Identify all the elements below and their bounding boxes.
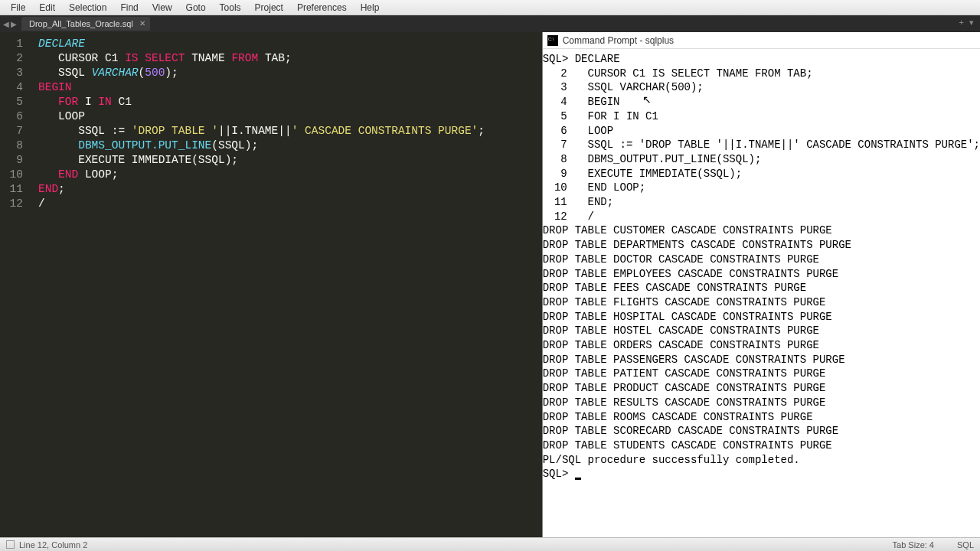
menu-item-project[interactable]: Project <box>249 1 289 15</box>
status-position[interactable]: Line 12, Column 2 <box>19 540 87 549</box>
tab-overflow-controls[interactable]: + ▾ <box>959 18 975 28</box>
menu-item-selection[interactable]: Selection <box>63 1 113 15</box>
menu-item-edit[interactable]: Edit <box>33 1 61 15</box>
tab-bar: ◀ ▶ Drop_All_Tables_Oracle.sql ✕ + ▾ <box>0 15 980 32</box>
status-tabsize[interactable]: Tab Size: 4 <box>893 540 934 549</box>
menu-item-tools[interactable]: Tools <box>214 1 247 15</box>
nav-back-icon[interactable]: ◀ <box>3 20 9 28</box>
menu-item-preferences[interactable]: Preferences <box>291 1 353 15</box>
code-editor[interactable]: 123456789101112 DECLARE CURSOR C1 IS SEL… <box>0 32 542 537</box>
command-prompt-window: Command Prompt - sqlplus SQL> DECLARE2 C… <box>542 32 980 537</box>
menu-item-goto[interactable]: Goto <box>180 1 212 15</box>
menu-item-file[interactable]: File <box>5 1 31 15</box>
tab-label: Drop_All_Tables_Oracle.sql <box>29 19 133 28</box>
status-language[interactable]: SQL <box>957 540 974 549</box>
menu-item-view[interactable]: View <box>146 1 178 15</box>
cursor-icon: ↖ <box>642 93 652 106</box>
workspace: 123456789101112 DECLARE CURSOR C1 IS SEL… <box>0 32 980 537</box>
cmd-output[interactable]: SQL> DECLARE2 CURSOR C1 IS SELECT TNAME … <box>543 49 980 481</box>
menu-item-find[interactable]: Find <box>114 1 144 15</box>
code-area[interactable]: DECLARE CURSOR C1 IS SELECT TNAME FROM T… <box>31 32 542 537</box>
menu-bar: FileEditSelectionFindViewGotoToolsProjec… <box>0 0 980 15</box>
tab-file[interactable]: Drop_All_Tables_Oracle.sql ✕ <box>21 17 150 31</box>
cmd-icon <box>547 35 558 46</box>
tab-nav-arrows: ◀ ▶ <box>3 20 17 28</box>
nav-forward-icon[interactable]: ▶ <box>11 20 17 28</box>
panel-toggle-icon[interactable] <box>6 540 15 549</box>
menu-item-help[interactable]: Help <box>354 1 386 15</box>
line-gutter: 123456789101112 <box>0 32 31 537</box>
cmd-titlebar[interactable]: Command Prompt - sqlplus <box>543 32 980 49</box>
close-icon[interactable]: ✕ <box>139 19 145 28</box>
cmd-title-text: Command Prompt - sqlplus <box>563 35 674 46</box>
status-bar: Line 12, Column 2 Tab Size: 4 SQL <box>0 537 980 551</box>
